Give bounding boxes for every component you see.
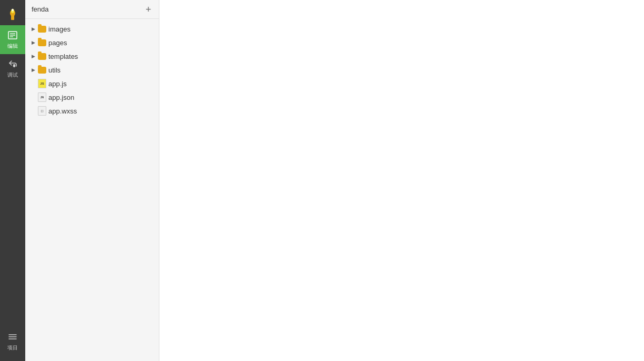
folder-icon-pages: [38, 39, 46, 46]
item-label-appwxss: app.wxss: [48, 107, 77, 115]
tree-item-appjs[interactable]: ▶ JS app.js: [25, 77, 159, 90]
file-tree: ▶ images ▶ pages ▶ templates ▶ utils ▶ J…: [25, 19, 159, 361]
debug-label: 调试: [7, 71, 18, 79]
logo: [0, 0, 25, 25]
file-icon-json: JN: [38, 92, 46, 102]
toolbar-item-debug[interactable]: 调试: [0, 54, 25, 83]
toolbar-bottom: 项目: [0, 327, 25, 361]
tree-item-appwxss[interactable]: ▶ { } app.wxss: [25, 104, 159, 118]
project-title: fenda: [32, 5, 49, 13]
item-label-templates: templates: [48, 53, 78, 60]
folder-icon-templates: [38, 53, 46, 60]
folder-icon-utils: [38, 67, 46, 74]
file-icon-js: JS: [38, 79, 46, 88]
tree-item-appjson[interactable]: ▶ JN app.json: [25, 90, 159, 104]
tree-item-templates[interactable]: ▶ templates: [25, 49, 159, 63]
toolbar-item-editor[interactable]: 编辑: [0, 25, 25, 54]
arrow-icon-templates: ▶: [31, 54, 36, 59]
arrow-icon-pages: ▶: [31, 40, 36, 45]
folder-icon-images: [38, 26, 46, 33]
file-panel-header: fenda +: [25, 0, 159, 19]
item-label-utils: utils: [48, 66, 61, 74]
toolbar: 编辑 调试 项目: [0, 0, 25, 361]
tree-item-images[interactable]: ▶ images: [25, 22, 159, 36]
tree-item-utils[interactable]: ▶ utils: [25, 63, 159, 77]
item-label-appjs: app.js: [48, 80, 67, 88]
svg-point-3: [12, 9, 14, 12]
add-file-button[interactable]: +: [143, 4, 154, 15]
debug-icon: [7, 58, 18, 70]
editor-label: 编辑: [7, 43, 18, 50]
arrow-icon-images: ▶: [31, 26, 36, 32]
tree-item-pages[interactable]: ▶ pages: [25, 36, 159, 49]
main-content: [159, 0, 644, 361]
editor-icon: [7, 29, 18, 41]
file-panel: fenda + ▶ images ▶ pages ▶ templates ▶ u…: [25, 0, 159, 361]
file-icon-wxss: { }: [38, 106, 46, 116]
item-label-appjson: app.json: [48, 94, 74, 101]
toolbar-item-project[interactable]: 项目: [0, 327, 25, 356]
project-label: 项目: [7, 344, 18, 352]
item-label-pages: pages: [48, 39, 67, 47]
project-icon: [7, 331, 18, 343]
item-label-images: images: [48, 25, 71, 33]
arrow-icon-utils: ▶: [31, 67, 36, 73]
